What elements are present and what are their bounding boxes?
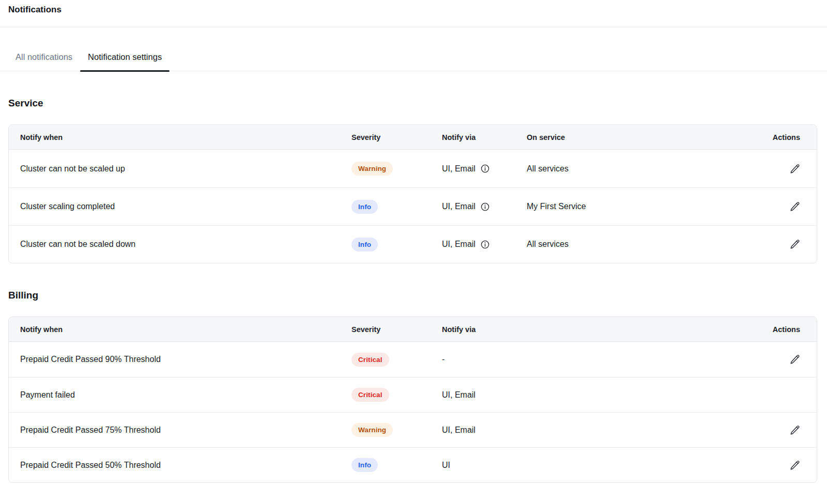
notify-via-value: UI, Email	[442, 390, 749, 400]
section-title-billing: Billing	[8, 289, 817, 301]
column-header-actions: Actions	[749, 325, 817, 334]
notify-when-cell: Prepaid Credit Passed 50% Threshold	[9, 461, 351, 470]
notify-when-cell: Cluster can not be scaled up	[9, 164, 351, 174]
column-header-severity: Severity	[351, 325, 442, 334]
column-header-notify-via: Notify via	[442, 325, 749, 334]
table-row: Cluster can not be scaled up Warning UI,…	[9, 150, 817, 187]
notify-when-cell: Prepaid Credit Passed 75% Threshold	[9, 426, 351, 435]
billing-section: Billing Notify when Severity Notify via …	[8, 289, 817, 483]
column-header-notify-via: Notify via	[442, 133, 527, 141]
severity-badge: Info	[351, 458, 378, 472]
info-circle-icon[interactable]	[480, 164, 490, 174]
table-row: Cluster can not be scaled down Info UI, …	[9, 225, 817, 263]
main-content: Service Notify when Severity Notify via …	[0, 97, 827, 483]
pencil-icon	[790, 164, 800, 174]
table-row: Prepaid Credit Passed 50% Threshold Info…	[9, 447, 817, 482]
column-header-notify-when: Notify when	[9, 325, 351, 334]
on-service-value: My First Service	[527, 202, 749, 211]
info-circle-icon[interactable]	[480, 240, 490, 249]
column-header-notify-when: Notify when	[9, 133, 351, 141]
pencil-icon	[790, 201, 800, 212]
service-section: Service Notify when Severity Notify via …	[8, 97, 817, 263]
column-header-on-service: On service	[527, 133, 749, 141]
edit-button[interactable]	[790, 354, 800, 365]
notify-when-cell: Cluster scaling completed	[9, 202, 351, 211]
table-row: Payment failed Critical UI, Email	[9, 377, 817, 412]
tab-all-notifications[interactable]: All notifications	[16, 51, 72, 71]
notify-via-value: UI, Email	[442, 426, 749, 435]
tab-bar: All notifications Notification settings	[0, 27, 827, 71]
info-circle-icon[interactable]	[480, 202, 490, 212]
pencil-icon	[790, 425, 800, 435]
severity-badge: Info	[351, 200, 378, 214]
severity-badge: Warning	[351, 423, 393, 437]
edit-button[interactable]	[790, 164, 800, 174]
page-title: Notifications	[8, 4, 819, 16]
pencil-icon	[790, 460, 800, 470]
notify-when-cell: Payment failed	[9, 390, 351, 400]
notify-via-value: -	[442, 355, 749, 364]
notify-via-value: UI, Email	[442, 202, 476, 211]
column-header-severity: Severity	[351, 133, 442, 141]
section-title-service: Service	[8, 97, 817, 109]
billing-table-header: Notify when Severity Notify via Actions	[9, 317, 817, 342]
severity-badge: Critical	[351, 353, 389, 367]
column-header-actions: Actions	[749, 133, 817, 141]
service-table-header: Notify when Severity Notify via On servi…	[9, 125, 817, 150]
notify-when-cell: Cluster can not be scaled down	[9, 240, 351, 249]
edit-button[interactable]	[790, 425, 800, 435]
on-service-value: All services	[527, 240, 749, 249]
severity-badge: Warning	[351, 162, 393, 176]
edit-button[interactable]	[790, 239, 800, 249]
table-row: Cluster scaling completed Info UI, Email…	[9, 187, 817, 225]
service-table: Notify when Severity Notify via On servi…	[8, 124, 817, 263]
edit-button[interactable]	[790, 460, 800, 470]
tab-notification-settings[interactable]: Notification settings	[88, 51, 162, 71]
notify-via-value: UI, Email	[442, 164, 476, 174]
severity-badge: Critical	[351, 388, 389, 402]
on-service-value: All services	[527, 164, 749, 174]
billing-table: Notify when Severity Notify via Actions …	[8, 317, 817, 483]
page-header: Notifications	[0, 0, 827, 27]
pencil-icon	[790, 239, 800, 249]
notify-when-cell: Prepaid Credit Passed 90% Threshold	[9, 355, 351, 364]
table-row: Prepaid Credit Passed 75% Threshold Warn…	[9, 412, 817, 447]
notify-via-value: UI, Email	[442, 240, 476, 249]
pencil-icon	[790, 354, 800, 365]
severity-badge: Info	[351, 238, 378, 251]
notify-via-value: UI	[442, 461, 749, 470]
edit-button[interactable]	[790, 201, 800, 212]
table-row: Prepaid Credit Passed 90% Threshold Crit…	[9, 342, 817, 377]
